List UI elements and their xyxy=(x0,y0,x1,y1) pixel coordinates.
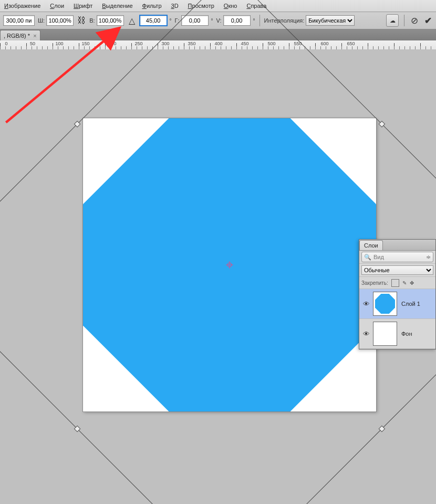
menu-help[interactable]: Справа xyxy=(246,3,266,9)
panel-tab-bar: Слои xyxy=(359,240,435,251)
svg-rect-6 xyxy=(74,426,80,431)
degree-symbol: ° xyxy=(253,18,255,24)
lock-pixels-button[interactable]: ✎ xyxy=(402,280,407,286)
warp-mode-button[interactable]: ☁ xyxy=(386,14,399,27)
degree-symbol: ° xyxy=(170,18,172,24)
menu-layers[interactable]: Слои xyxy=(50,3,64,9)
layers-tab[interactable]: Слои xyxy=(359,240,383,250)
close-icon[interactable]: × xyxy=(33,33,36,39)
shape-layer xyxy=(83,118,376,412)
lock-row: Закрепить: ✎ ✥ xyxy=(359,277,435,289)
layer-filter-label: Вид xyxy=(373,254,384,260)
separator xyxy=(404,15,404,26)
chevron-icon: ≑ xyxy=(426,254,431,261)
height-label: В: xyxy=(89,17,95,24)
layer-thumbnail[interactable] xyxy=(373,292,397,316)
menu-filter[interactable]: Фильтр xyxy=(142,3,162,9)
angle-icon: △ xyxy=(127,16,137,25)
commit-transform-button[interactable]: ✔ xyxy=(423,16,433,25)
document-tab-label: , RGB/8) * xyxy=(4,33,30,39)
lock-transparency-button[interactable] xyxy=(391,279,399,287)
skew-h-label: Г: xyxy=(175,17,180,24)
menu-image[interactable]: Изображение xyxy=(4,3,40,9)
lock-position-button[interactable]: ✥ xyxy=(410,280,414,286)
layer-name[interactable]: Фон xyxy=(401,331,412,337)
search-icon: 🔍 xyxy=(364,254,371,261)
cancel-transform-button[interactable]: ⊘ xyxy=(410,16,419,25)
skew-v-label: V: xyxy=(216,17,222,24)
menu-window[interactable]: Окно xyxy=(224,3,237,9)
interpolation-label: Интерполяция: xyxy=(264,17,305,24)
svg-rect-7 xyxy=(74,121,80,127)
interpolation-select[interactable]: Бикубическая xyxy=(306,15,355,26)
svg-rect-5 xyxy=(379,121,385,127)
svg-rect-8 xyxy=(379,426,385,431)
skew-h-input[interactable] xyxy=(181,15,209,26)
menu-3d[interactable]: 3D xyxy=(171,3,179,9)
skew-v-input[interactable] xyxy=(223,15,251,26)
main-menu-bar: Изображение Слои Шрифт Выделение Фильтр … xyxy=(0,0,436,12)
layer-name[interactable]: Слой 1 xyxy=(401,301,420,307)
warp-icon: ☁ xyxy=(390,17,396,24)
layers-panel[interactable]: Слои 🔍 Вид ≑ Обычные Закрепить: ✎ ✥ 👁 Сл… xyxy=(359,239,436,349)
width-label: Ш: xyxy=(38,17,45,24)
link-icon[interactable]: ⛓ xyxy=(77,16,86,25)
lock-label: Закрепить: xyxy=(361,280,388,286)
menu-type[interactable]: Шрифт xyxy=(74,3,92,9)
height-input[interactable] xyxy=(97,15,124,26)
x-input[interactable] xyxy=(3,15,35,26)
visibility-toggle[interactable]: 👁 xyxy=(359,330,373,338)
document-tab[interactable]: , RGB/8) * × xyxy=(0,30,40,41)
blend-mode-select[interactable]: Обычные xyxy=(361,265,433,275)
visibility-toggle[interactable]: 👁 xyxy=(359,300,373,308)
degree-symbol: ° xyxy=(211,18,213,24)
separator xyxy=(259,15,260,26)
layer-row[interactable]: 👁 Слой 1 xyxy=(359,289,435,319)
layer-row[interactable]: 👁 Фон xyxy=(359,319,435,349)
layer-filter-select[interactable]: 🔍 Вид ≑ xyxy=(361,252,433,262)
options-bar: Ш: ⛓ В: △ ° Г: ° V: ° Интерполяция: Бику… xyxy=(0,12,436,29)
document-tab-bar: , RGB/8) * × xyxy=(0,29,436,42)
layer-thumbnail[interactable] xyxy=(373,322,397,346)
ruler-horizontal[interactable]: 0 50 100 150 200 250 300 350 400 450 500… xyxy=(0,40,436,50)
menu-select[interactable]: Выделение xyxy=(102,3,132,9)
menu-view[interactable]: Просмотр xyxy=(188,3,214,9)
width-input[interactable] xyxy=(46,15,74,26)
rotation-input[interactable] xyxy=(140,15,167,26)
